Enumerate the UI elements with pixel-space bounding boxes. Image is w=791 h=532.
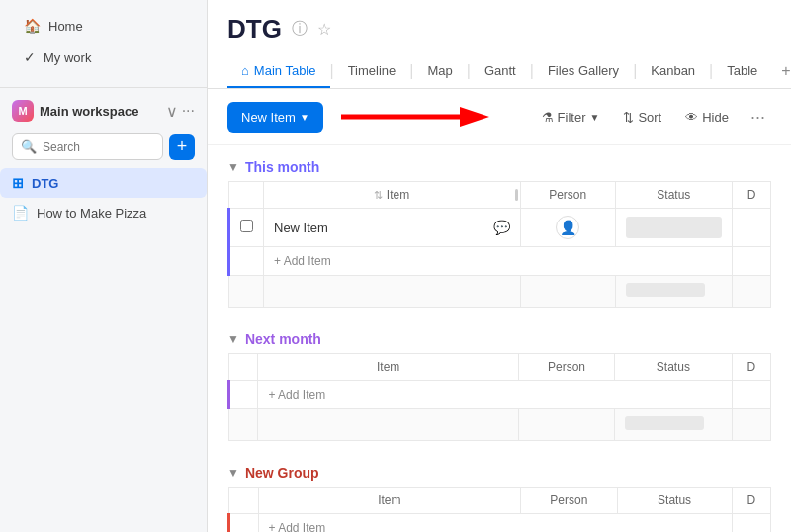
new-item-button[interactable]: New Item ▼ xyxy=(227,102,323,133)
sidebar-divider xyxy=(0,87,207,88)
row-checkbox[interactable] xyxy=(229,209,264,247)
red-arrow-svg xyxy=(331,99,489,134)
group-new-group: ▼ New Group Item Person Status D xyxy=(208,451,791,532)
d-column-header-next: D xyxy=(732,354,770,381)
table-new-group: Item Person Status D + Add Item xyxy=(227,487,771,532)
status-badge[interactable] xyxy=(626,217,722,238)
sidebar-home-label: Home xyxy=(48,19,83,34)
add-item-button-next-month[interactable]: + Add Item xyxy=(268,388,325,401)
filter-button[interactable]: ⚗ Filter ▼ xyxy=(534,105,608,130)
tab-main-table[interactable]: ⌂ Main Table xyxy=(227,55,330,88)
group-name-next-month: Next month xyxy=(245,331,321,347)
add-item-row-new-group: + Add Item xyxy=(229,514,771,533)
table-header-row-new: Item Person Status D xyxy=(229,488,771,514)
document-icon: 📄 xyxy=(12,205,29,221)
group-next-month: ▼ Next month Item Person Status D xyxy=(208,317,791,441)
workspace-actions: ∨ ··· xyxy=(166,102,195,121)
tabs-row: ⌂ Main Table | Timeline | Map | Gantt | … xyxy=(227,54,771,88)
table-header-row: ⇅ Item Person Status D xyxy=(229,182,771,209)
add-item-button-this-month[interactable]: + Add Item xyxy=(274,254,331,268)
add-item-checkbox-cell-next xyxy=(229,381,258,409)
add-item-row-this-month: + Add Item xyxy=(229,247,771,276)
add-item-cell: + Add Item xyxy=(264,247,733,276)
add-tab-button[interactable]: + xyxy=(771,54,791,88)
footer-status-bar xyxy=(626,283,705,297)
search-row: 🔍 + xyxy=(0,130,207,168)
more-options-icon[interactable]: ··· xyxy=(182,102,195,121)
hide-button[interactable]: 👁 Hide xyxy=(677,105,737,130)
checkmark-icon: ✓ xyxy=(24,49,36,65)
home-tab-icon: ⌂ xyxy=(241,63,249,78)
table-header-row-next: Item Person Status D xyxy=(229,354,771,381)
person-column-header-new: Person xyxy=(521,488,617,514)
add-item-button[interactable]: + xyxy=(169,134,195,160)
eye-icon: 👁 xyxy=(685,110,698,125)
workspace-label: Main workspace xyxy=(40,104,160,119)
chevron-down-icon[interactable]: ∨ xyxy=(166,102,178,121)
sidebar-item-dtg[interactable]: ⊞ DTG xyxy=(0,168,207,198)
caret-icon: ▼ xyxy=(300,112,309,123)
footer-item-next xyxy=(258,409,518,441)
table-next-month: Item Person Status D + Add Item xyxy=(227,353,771,441)
tab-timeline[interactable]: Timeline xyxy=(334,55,410,88)
add-item-d-cell xyxy=(732,247,770,276)
table-wrap-next-month: Item Person Status D + Add Item xyxy=(208,353,791,441)
tab-files-gallery[interactable]: Files Gallery xyxy=(534,55,633,88)
group-spacing-2 xyxy=(208,441,791,451)
add-item-checkbox-cell xyxy=(229,247,264,276)
filter-icon: ⚗ xyxy=(542,110,554,125)
add-item-cell-next: + Add Item xyxy=(258,381,732,409)
arrow-annotation xyxy=(331,99,489,134)
table-wrap-this-month: ⇅ Item Person Status D xyxy=(208,181,791,308)
footer-status-bar-next xyxy=(625,416,704,430)
sidebar-dtg-label: DTG xyxy=(32,176,58,191)
workspace-row[interactable]: M Main workspace ∨ ··· xyxy=(0,92,207,130)
group-chevron-next-month[interactable]: ▼ xyxy=(227,332,239,346)
group-this-month: ▼ This month ⇅ Item Person Status xyxy=(208,145,791,308)
more-options-button[interactable]: ··· xyxy=(745,103,771,132)
person-column-header-next: Person xyxy=(518,354,614,381)
person-cell: 👤 xyxy=(520,209,615,247)
table-wrap-new-group: Item Person Status D + Add Item xyxy=(208,487,791,532)
tab-gantt[interactable]: Gantt xyxy=(471,55,530,88)
item-column-header-new: Item xyxy=(258,488,521,514)
grid-icon: ⊞ xyxy=(12,175,24,191)
add-item-button-new-group[interactable]: + Add Item xyxy=(269,521,326,532)
status-column-header-next: Status xyxy=(615,354,733,381)
tab-table[interactable]: Table xyxy=(713,55,771,88)
info-icon[interactable]: ⓘ xyxy=(292,19,308,40)
chat-icon[interactable]: 💬 xyxy=(493,220,510,235)
footer-item xyxy=(264,276,521,308)
filter-chevron-icon: ▼ xyxy=(589,112,599,123)
footer-row-this-month xyxy=(229,276,771,308)
footer-row-next-month xyxy=(229,409,771,441)
add-item-checkbox-cell-new xyxy=(229,514,259,533)
search-input-wrap[interactable]: 🔍 xyxy=(12,133,163,160)
avatar-icon: 👤 xyxy=(560,220,576,235)
d-column-header-new: D xyxy=(732,488,770,514)
row-checkbox-input[interactable] xyxy=(240,220,253,232)
sidebar-item-pizza[interactable]: 📄 How to Make Pizza xyxy=(0,198,207,227)
status-column-header: Status xyxy=(615,182,732,209)
group-header-new-group: ▼ New Group xyxy=(208,451,791,487)
star-icon[interactable]: ☆ xyxy=(317,20,331,39)
table-this-month: ⇅ Item Person Status D xyxy=(227,181,771,308)
tab-map[interactable]: Map xyxy=(413,55,466,88)
content-area: ▼ This month ⇅ Item Person Status xyxy=(208,145,791,532)
checkbox-header xyxy=(229,182,264,209)
group-chevron-this-month[interactable]: ▼ xyxy=(227,160,239,174)
add-item-d-cell-next xyxy=(732,381,770,409)
sidebar-mywork-label: My work xyxy=(44,50,91,65)
search-input[interactable] xyxy=(43,140,154,154)
sort-button[interactable]: ⇅ Sort xyxy=(615,105,669,130)
group-header-next-month: ▼ Next month xyxy=(208,317,791,353)
main-header: DTG ⓘ ☆ ⌂ Main Table | Timeline | Map | … xyxy=(208,0,791,89)
sidebar-pizza-label: How to Make Pizza xyxy=(37,206,146,221)
avatar[interactable]: 👤 xyxy=(556,216,579,239)
tab-kanban[interactable]: Kanban xyxy=(637,55,709,88)
footer-person xyxy=(520,276,615,308)
sort-arrows-icon: ⇅ xyxy=(374,189,383,201)
sidebar-item-home[interactable]: 🏠 Home xyxy=(12,10,195,42)
sidebar-item-mywork[interactable]: ✓ My work xyxy=(12,42,195,73)
group-chevron-new-group[interactable]: ▼ xyxy=(227,466,239,480)
